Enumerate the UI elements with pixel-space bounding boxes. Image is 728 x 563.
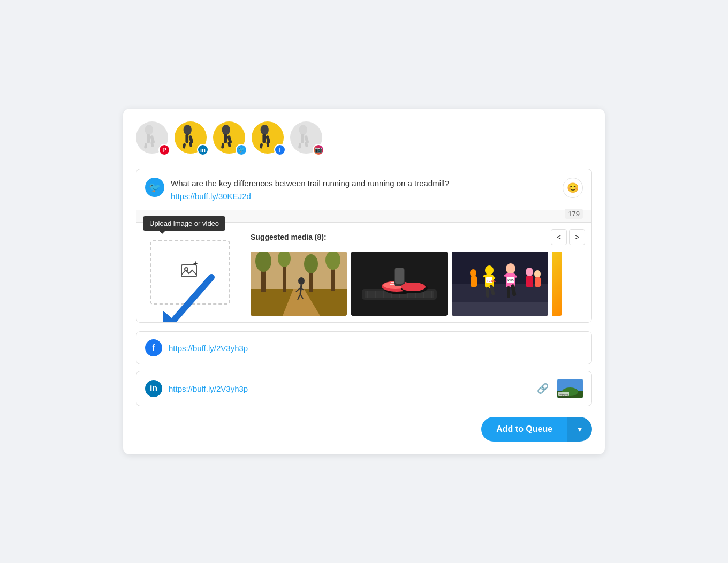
media-thumbnails: FL ME 206 — [251, 252, 585, 316]
linkedin-badge: in — [197, 144, 209, 156]
svg-rect-90 — [535, 277, 541, 287]
svg-point-15 — [261, 125, 269, 135]
svg-rect-3 — [144, 143, 147, 148]
avatar-facebook[interactable]: f — [252, 121, 286, 156]
svg-point-87 — [526, 268, 533, 276]
instagram-badge: 📷 — [313, 144, 324, 156]
char-count-badge: 179 — [565, 209, 583, 219]
twitter-platform-icon: 🐦 — [145, 178, 164, 197]
svg-rect-6 — [185, 134, 188, 143]
facebook-post-link[interactable]: https://buff.ly/2V3yh3p — [169, 344, 583, 353]
svg-rect-16 — [262, 134, 266, 143]
svg-point-85 — [470, 269, 476, 277]
add-to-queue-button-group: Add to Queue ▼ — [481, 417, 592, 442]
avatar-twitter[interactable]: 🐦 — [213, 121, 247, 156]
linkedin-post-icon: in — [145, 380, 162, 397]
svg-text:206: 206 — [507, 278, 514, 282]
svg-rect-8 — [183, 143, 186, 148]
media-prev-button[interactable]: < — [551, 229, 567, 245]
svg-text:Media Video: Media Video — [559, 395, 571, 398]
media-next-button[interactable]: > — [569, 229, 585, 245]
svg-point-69 — [485, 265, 494, 275]
avatars-row: P in — [136, 121, 592, 156]
media-section: Upload image or video + — [136, 222, 592, 322]
svg-text:FL ME: FL ME — [487, 279, 496, 283]
add-to-queue-dropdown-button[interactable]: ▼ — [567, 417, 592, 442]
media-thumb-treadmill[interactable] — [351, 252, 448, 316]
twitter-badge: 🐦 — [236, 144, 247, 156]
suggested-media-header: Suggested media (8): < > — [251, 229, 585, 245]
avatar-linkedin[interactable]: in — [175, 121, 209, 156]
svg-rect-21 — [301, 134, 304, 143]
svg-rect-86 — [471, 276, 477, 287]
link-preview-thumbnail: Engaging Media Video — [557, 379, 583, 398]
svg-point-37 — [304, 254, 318, 273]
svg-point-77 — [506, 263, 515, 274]
svg-point-0 — [145, 125, 153, 135]
dropdown-chevron-icon: ▼ — [576, 425, 583, 433]
compose-section: 🐦 What are the key differences between t… — [136, 169, 592, 323]
avatar-instagram[interactable]: 📷 — [290, 121, 324, 156]
add-to-queue-main-button[interactable]: Add to Queue — [481, 417, 567, 442]
media-nav-buttons: < > — [551, 229, 585, 245]
facebook-badge: f — [274, 144, 286, 156]
compose-header: 🐦 What are the key differences between t… — [136, 169, 592, 210]
suggested-media-title: Suggested media (8): — [251, 233, 327, 241]
emoji-button[interactable]: 😊 — [563, 178, 583, 198]
linkedin-post-row: in https://buff.ly/2V3yh3p 🔗 Engaging Me… — [136, 371, 592, 406]
actions-row: Add to Queue ▼ — [136, 417, 592, 442]
svg-rect-11 — [224, 134, 227, 143]
link-attachment-icon: 🔗 — [537, 383, 549, 394]
compose-post-link[interactable]: https://buff.ly/30KEJ2d — [171, 192, 251, 201]
facebook-post-row: f https://buff.ly/2V3yh3p — [136, 331, 592, 364]
svg-rect-18 — [260, 143, 263, 148]
facebook-post-icon: f — [145, 339, 162, 356]
svg-line-29 — [174, 277, 211, 320]
linkedin-post-link[interactable]: https://buff.ly/2V3yh3p — [169, 384, 530, 393]
main-container: P in — [123, 109, 605, 455]
svg-point-66 — [401, 283, 426, 291]
svg-point-10 — [222, 125, 230, 135]
svg-rect-13 — [221, 143, 224, 148]
svg-point-20 — [299, 125, 307, 135]
media-thumb-trail[interactable] — [251, 252, 347, 316]
svg-rect-73 — [486, 287, 489, 298]
svg-rect-68 — [452, 252, 548, 284]
svg-rect-1 — [147, 134, 150, 143]
svg-rect-23 — [298, 143, 301, 148]
blue-arrow — [163, 272, 228, 323]
svg-rect-88 — [526, 276, 533, 287]
svg-point-89 — [534, 270, 541, 278]
media-thumb-partial — [552, 252, 562, 316]
svg-rect-81 — [507, 286, 510, 298]
upload-tooltip: Upload image or video — [143, 216, 225, 231]
svg-point-40 — [298, 277, 305, 285]
suggested-media-panel: Suggested media (8): < > — [244, 223, 592, 322]
svg-point-5 — [184, 125, 192, 135]
compose-post-text: What are the key differences between tra… — [171, 178, 556, 190]
svg-rect-64 — [395, 268, 404, 284]
avatar-pinterest[interactable]: P — [136, 121, 170, 156]
compose-text-area: What are the key differences between tra… — [171, 178, 556, 202]
svg-rect-91 — [452, 302, 548, 316]
svg-line-41 — [300, 285, 301, 294]
pinterest-badge: P — [158, 144, 170, 156]
media-thumb-marathon[interactable]: FL ME 206 — [452, 252, 548, 316]
upload-area: Upload image or video + — [136, 223, 244, 322]
svg-text:+: + — [193, 261, 198, 268]
